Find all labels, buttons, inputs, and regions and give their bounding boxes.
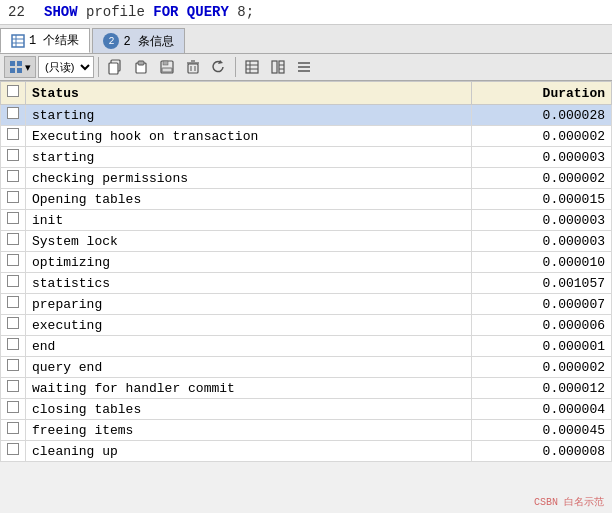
toolbar-save-button[interactable] bbox=[155, 56, 179, 78]
row-checkbox[interactable] bbox=[7, 401, 19, 413]
table-row[interactable]: end0.000001 bbox=[1, 336, 612, 357]
row-checkbox[interactable] bbox=[7, 107, 19, 119]
table-row[interactable]: init0.000003 bbox=[1, 210, 612, 231]
row-checkbox[interactable] bbox=[7, 191, 19, 203]
toolbar-copy-button[interactable] bbox=[103, 56, 127, 78]
tab-bar: 1 个结果 2 2 条信息 bbox=[0, 25, 612, 54]
toolbar-refresh-button[interactable] bbox=[207, 56, 231, 78]
row-checkbox[interactable] bbox=[7, 380, 19, 392]
row-checkbox-cell bbox=[1, 147, 26, 168]
row-checkbox[interactable] bbox=[7, 170, 19, 182]
svg-rect-7 bbox=[17, 68, 22, 73]
code-content: SHOW profile FOR QUERY 8; bbox=[44, 4, 254, 20]
row-duration: 0.000006 bbox=[472, 315, 612, 336]
row-checkbox[interactable] bbox=[7, 359, 19, 371]
row-duration: 0.000003 bbox=[472, 231, 612, 252]
row-checkbox-cell bbox=[1, 168, 26, 189]
row-checkbox[interactable] bbox=[7, 422, 19, 434]
row-checkbox[interactable] bbox=[7, 275, 19, 287]
row-checkbox[interactable] bbox=[7, 128, 19, 140]
toolbar: ▾ (只读) bbox=[0, 54, 612, 81]
row-checkbox[interactable] bbox=[7, 233, 19, 245]
table-row[interactable]: Opening tables0.000015 bbox=[1, 189, 612, 210]
row-checkbox-cell bbox=[1, 210, 26, 231]
kw-show: SHOW bbox=[44, 4, 78, 20]
row-checkbox[interactable] bbox=[7, 212, 19, 224]
row-checkbox-cell bbox=[1, 189, 26, 210]
view-form-icon bbox=[270, 59, 286, 75]
row-checkbox[interactable] bbox=[7, 296, 19, 308]
table-row[interactable]: executing0.000006 bbox=[1, 315, 612, 336]
code-num: 8; bbox=[237, 4, 254, 20]
toolbar-delete-button[interactable] bbox=[181, 56, 205, 78]
tab-results[interactable]: 1 个结果 bbox=[0, 28, 90, 53]
table-row[interactable]: System lock0.000003 bbox=[1, 231, 612, 252]
svg-rect-11 bbox=[138, 61, 144, 65]
results-table-container: Status Duration starting0.000028Executin… bbox=[0, 81, 612, 462]
row-checkbox-cell bbox=[1, 441, 26, 462]
toolbar-grid-button[interactable]: ▾ bbox=[4, 56, 36, 78]
table-row[interactable]: freeing items0.000045 bbox=[1, 420, 612, 441]
toolbar-view-grid-button[interactable] bbox=[240, 56, 264, 78]
toolbar-separator-2 bbox=[235, 57, 236, 77]
save-icon bbox=[159, 59, 175, 75]
tab-info-badge: 2 bbox=[103, 33, 119, 49]
table-row[interactable]: statistics0.001057 bbox=[1, 273, 612, 294]
row-checkbox[interactable] bbox=[7, 317, 19, 329]
table-row[interactable]: preparing0.000007 bbox=[1, 294, 612, 315]
row-checkbox[interactable] bbox=[7, 338, 19, 350]
readonly-select[interactable]: (只读) bbox=[38, 56, 94, 78]
svg-rect-21 bbox=[246, 61, 258, 73]
table-row[interactable]: waiting for handler commit0.000012 bbox=[1, 378, 612, 399]
svg-rect-4 bbox=[10, 61, 15, 66]
table-row[interactable]: optimizing0.000010 bbox=[1, 252, 612, 273]
table-row[interactable]: cleaning up0.000008 bbox=[1, 441, 612, 462]
row-status: optimizing bbox=[26, 252, 472, 273]
svg-rect-6 bbox=[10, 68, 15, 73]
row-status: init bbox=[26, 210, 472, 231]
col-header-duration: Duration bbox=[472, 82, 612, 105]
row-checkbox[interactable] bbox=[7, 149, 19, 161]
header-checkbox[interactable] bbox=[7, 85, 19, 97]
delete-icon bbox=[185, 59, 201, 75]
svg-rect-14 bbox=[162, 68, 172, 72]
row-status: Executing hook on transaction bbox=[26, 126, 472, 147]
tab-info[interactable]: 2 2 条信息 bbox=[92, 28, 184, 53]
row-status: starting bbox=[26, 105, 472, 126]
row-status: waiting for handler commit bbox=[26, 378, 472, 399]
row-checkbox-cell bbox=[1, 105, 26, 126]
svg-rect-9 bbox=[109, 63, 118, 74]
results-table: Status Duration starting0.000028Executin… bbox=[0, 81, 612, 462]
toolbar-view-form-button[interactable] bbox=[266, 56, 290, 78]
row-duration: 0.000004 bbox=[472, 399, 612, 420]
toolbar-view-text-button[interactable] bbox=[292, 56, 316, 78]
row-checkbox[interactable] bbox=[7, 443, 19, 455]
watermark: CSBN 白名示范 bbox=[534, 495, 604, 509]
row-checkbox[interactable] bbox=[7, 254, 19, 266]
row-checkbox-cell bbox=[1, 231, 26, 252]
row-status: executing bbox=[26, 315, 472, 336]
table-header-row: Status Duration bbox=[1, 82, 612, 105]
table-row[interactable]: starting0.000028 bbox=[1, 105, 612, 126]
col-header-status: Status bbox=[26, 82, 472, 105]
toolbar-paste-button[interactable] bbox=[129, 56, 153, 78]
row-duration: 0.000002 bbox=[472, 126, 612, 147]
row-status: closing tables bbox=[26, 399, 472, 420]
row-checkbox-cell bbox=[1, 378, 26, 399]
view-grid-icon bbox=[244, 59, 260, 75]
row-status: System lock bbox=[26, 231, 472, 252]
row-duration: 0.000028 bbox=[472, 105, 612, 126]
row-duration: 0.000045 bbox=[472, 420, 612, 441]
row-status: statistics bbox=[26, 273, 472, 294]
table-row[interactable]: closing tables0.000004 bbox=[1, 399, 612, 420]
copy-icon bbox=[107, 59, 123, 75]
row-duration: 0.000010 bbox=[472, 252, 612, 273]
paste-icon bbox=[133, 59, 149, 75]
row-status: freeing items bbox=[26, 420, 472, 441]
table-row[interactable]: starting0.000003 bbox=[1, 147, 612, 168]
tab-info-label: 2 条信息 bbox=[123, 33, 173, 50]
table-row[interactable]: Executing hook on transaction0.000002 bbox=[1, 126, 612, 147]
row-duration: 0.000003 bbox=[472, 210, 612, 231]
table-row[interactable]: checking permissions0.000002 bbox=[1, 168, 612, 189]
table-row[interactable]: query end0.000002 bbox=[1, 357, 612, 378]
